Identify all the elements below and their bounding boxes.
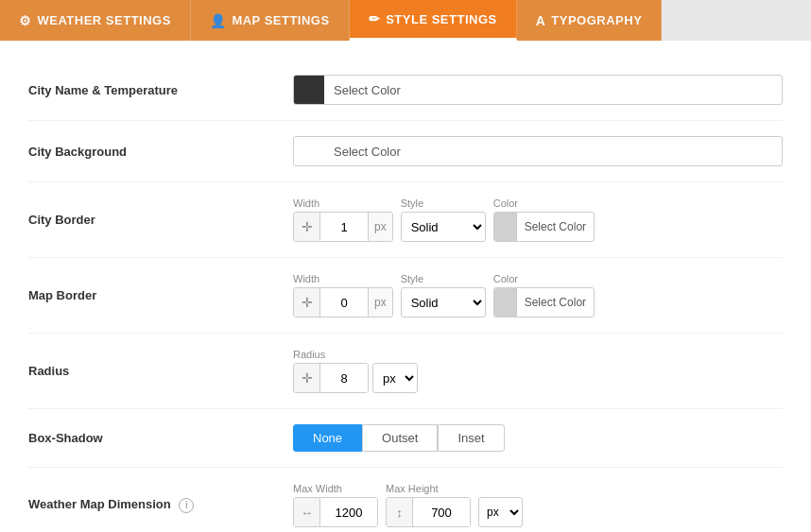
weather-map-dim-control: Max Width ↔ Max Height ↕ px xyxy=(293,483,783,527)
style-icon: ✏ xyxy=(369,11,381,26)
map-border-color-group: Color Select Color xyxy=(493,273,595,317)
box-shadow-btn-group: None Outset Inset xyxy=(293,424,783,452)
radius-input-row: ✛ px % xyxy=(293,363,783,393)
city-border-width-group: Width ✛ px xyxy=(293,197,393,242)
radius-field-label: Radius xyxy=(293,349,783,360)
city-border-select-color-label: Select Color xyxy=(517,220,594,233)
tab-style-label: STYLE SETTINGS xyxy=(386,12,497,26)
tab-typography-label: TYPOGRAPHY xyxy=(551,13,642,27)
max-width-group: Max Width ↔ xyxy=(293,483,378,527)
map-icon: 👤 xyxy=(210,13,227,28)
city-background-swatch xyxy=(294,137,324,165)
map-border-control: Width ✛ px Style None Solid Dashed Dotte… xyxy=(293,273,783,317)
city-border-width-input-wrap: ✛ px xyxy=(293,212,393,242)
max-height-label: Max Height xyxy=(386,483,471,494)
map-border-width-drag[interactable]: ✛ xyxy=(294,288,320,317)
city-name-temp-row: City Name & Temperature Select Color xyxy=(28,60,783,121)
city-name-temp-color-label: Select Color xyxy=(324,83,410,97)
map-border-style-group: Style None Solid Dashed Dotted xyxy=(401,273,486,317)
map-border-color-btn[interactable]: Select Color xyxy=(493,287,595,317)
map-border-style-select[interactable]: None Solid Dashed Dotted xyxy=(401,287,486,317)
dim-unit-wrap: px % em xyxy=(478,497,523,527)
radius-drag[interactable]: ✛ xyxy=(294,364,320,392)
box-shadow-control: None Outset Inset xyxy=(293,424,783,452)
city-background-color-label: Select Color xyxy=(324,145,410,159)
city-border-width-drag[interactable]: ✛ xyxy=(294,213,320,241)
radius-row: Radius Radius ✛ px % xyxy=(28,334,783,409)
city-name-temp-label: City Name & Temperature xyxy=(28,83,293,97)
city-border-control: Width ✛ px Style None Solid Dashed Dotte… xyxy=(293,197,783,242)
max-width-drag[interactable]: ↔ xyxy=(294,498,320,526)
box-shadow-row: Box-Shadow None Outset Inset xyxy=(28,409,783,468)
map-border-color-swatch xyxy=(494,288,517,317)
tab-style[interactable]: ✏ STYLE SETTINGS xyxy=(350,0,517,41)
dim-unit-select[interactable]: px % em xyxy=(478,497,523,527)
city-border-color-group: Color Select Color xyxy=(493,197,595,242)
map-border-width-label: Width xyxy=(293,273,393,284)
content-area: City Name & Temperature Select Color Cit… xyxy=(0,41,811,532)
weather-map-dim-info-icon[interactable]: i xyxy=(179,498,194,513)
city-name-temp-color-btn[interactable]: Select Color xyxy=(293,75,783,105)
max-height-input[interactable] xyxy=(413,498,470,526)
radius-field-group: Radius ✛ px % xyxy=(293,349,783,393)
radius-control: Radius ✛ px % xyxy=(293,349,783,393)
city-border-label: City Border xyxy=(28,213,293,227)
map-border-style-label: Style xyxy=(401,273,486,284)
city-border-style-label: Style xyxy=(401,197,486,209)
tab-map-label: MAP SETTINGS xyxy=(232,13,329,27)
city-border-style-group: Style None Solid Dashed Dotted xyxy=(401,197,486,242)
radius-input[interactable] xyxy=(320,364,368,392)
box-shadow-none-btn[interactable]: None xyxy=(293,424,362,452)
map-border-width-group: Width ✛ px xyxy=(293,273,393,317)
city-border-color-label: Color xyxy=(493,197,595,209)
radius-label: Radius xyxy=(28,364,293,378)
city-border-width-label: Width xyxy=(293,197,393,209)
max-height-drag[interactable]: ↕ xyxy=(387,498,413,526)
max-width-input[interactable] xyxy=(320,498,377,526)
weather-map-dim-row: Weather Map Dimension i Max Width ↔ Max … xyxy=(28,468,783,532)
box-shadow-label: Box-Shadow xyxy=(28,431,293,445)
max-height-input-wrap: ↕ xyxy=(386,497,471,527)
city-border-width-input[interactable] xyxy=(320,213,368,241)
map-border-row: Map Border Width ✛ px Style None Solid xyxy=(28,258,783,334)
city-border-style-select[interactable]: None Solid Dashed Dotted xyxy=(401,212,486,242)
city-border-px: px xyxy=(368,213,392,241)
city-border-fields: Width ✛ px Style None Solid Dashed Dotte… xyxy=(293,197,783,242)
max-width-input-wrap: ↔ xyxy=(293,497,378,527)
map-border-px: px xyxy=(368,288,392,317)
map-border-width-input[interactable] xyxy=(320,288,368,317)
weather-icon: ⚙ xyxy=(19,13,32,28)
map-border-label: Map Border xyxy=(28,288,293,302)
max-width-label: Max Width xyxy=(293,483,378,494)
box-shadow-outset-btn[interactable]: Outset xyxy=(362,424,438,452)
tab-bar: ⚙ WEATHER SETTINGS 👤 MAP SETTINGS ✏ STYL… xyxy=(0,0,811,41)
city-background-color-btn[interactable]: Select Color xyxy=(293,136,783,166)
map-border-width-input-wrap: ✛ px xyxy=(293,287,393,317)
radius-unit-select[interactable]: px % xyxy=(372,363,418,393)
map-border-color-label: Color xyxy=(493,273,595,284)
map-border-select-color-label: Select Color xyxy=(517,296,594,309)
map-border-fields: Width ✛ px Style None Solid Dashed Dotte… xyxy=(293,273,783,317)
tab-weather-label: WEATHER SETTINGS xyxy=(38,13,171,27)
weather-map-dim-label: Weather Map Dimension i xyxy=(28,497,293,513)
max-height-group: Max Height ↕ xyxy=(386,483,471,527)
city-background-row: City Background Select Color xyxy=(28,121,783,182)
weather-map-dim-fields: Max Width ↔ Max Height ↕ px xyxy=(293,483,783,527)
typography-icon: A xyxy=(536,13,546,28)
radius-input-wrap: ✛ xyxy=(293,363,369,393)
city-name-temp-control: Select Color xyxy=(293,75,783,105)
city-border-row: City Border Width ✛ px Style None Solid xyxy=(28,182,783,258)
city-border-color-btn[interactable]: Select Color xyxy=(493,212,595,242)
city-background-label: City Background xyxy=(28,145,293,159)
city-border-color-swatch xyxy=(494,213,517,241)
tab-map[interactable]: 👤 MAP SETTINGS xyxy=(191,0,350,41)
tab-typography[interactable]: A TYPOGRAPHY xyxy=(517,0,663,41)
tab-weather[interactable]: ⚙ WEATHER SETTINGS xyxy=(0,0,191,41)
city-name-temp-swatch xyxy=(294,76,324,104)
box-shadow-inset-btn[interactable]: Inset xyxy=(438,424,504,452)
city-background-control: Select Color xyxy=(293,136,783,166)
